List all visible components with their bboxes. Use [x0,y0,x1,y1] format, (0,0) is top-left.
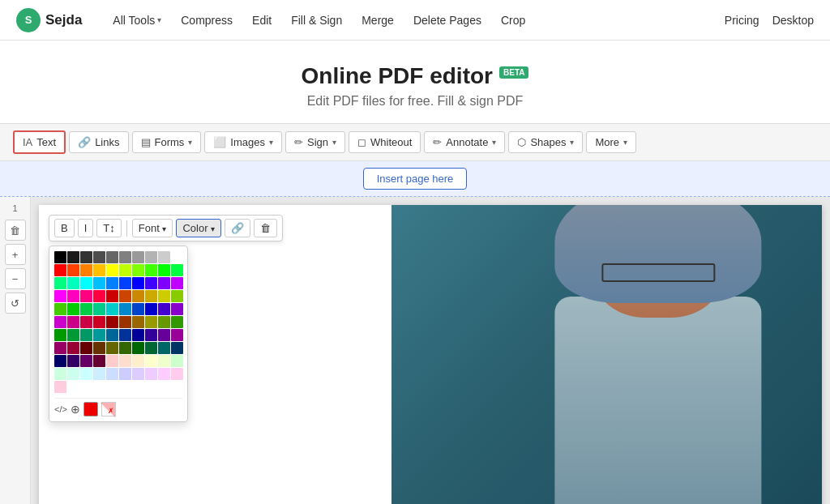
color-cell[interactable] [145,342,157,354]
color-cell[interactable] [67,290,79,302]
color-cell[interactable] [106,342,118,354]
color-cell[interactable] [119,303,131,315]
nav-compress[interactable]: Compress [173,9,241,32]
color-cell[interactable] [54,277,66,289]
logo[interactable]: S Sejda [16,8,82,32]
color-cell[interactable] [93,251,105,263]
color-cell[interactable] [54,251,66,263]
color-cell[interactable] [106,316,118,328]
tool-shapes[interactable]: ⬡ Shapes ▾ [508,131,583,153]
color-cell[interactable] [106,329,118,341]
color-cell[interactable] [67,342,79,354]
color-cell[interactable] [93,355,105,367]
color-cell[interactable] [171,290,183,302]
link-button[interactable]: 🔗 [225,219,250,237]
color-cell[interactable] [67,329,79,341]
tool-forms[interactable]: ▤ Forms ▾ [132,131,202,153]
tool-whiteout[interactable]: ◻ Whiteout [349,131,421,153]
color-cell[interactable] [171,316,183,328]
delete-text-button[interactable]: 🗑 [254,219,277,237]
color-cell[interactable] [54,290,66,302]
color-cell[interactable] [145,316,157,328]
color-cell[interactable] [80,329,92,341]
font-button[interactable]: Font ▾ [132,219,173,237]
zoom-in-button[interactable]: + [5,244,26,265]
nav-all-tools[interactable]: All Tools ▾ [105,9,169,32]
color-cell[interactable] [145,290,157,302]
color-cell[interactable] [132,290,144,302]
color-cell[interactable] [158,316,170,328]
color-cell[interactable] [54,316,66,328]
tool-more[interactable]: More ▾ [586,131,636,153]
color-cell[interactable] [158,277,170,289]
color-cell[interactable] [93,329,105,341]
color-cell[interactable] [67,251,79,263]
color-cell[interactable] [132,264,144,276]
color-cell[interactable] [158,342,170,354]
color-cell[interactable] [67,277,79,289]
nav-desktop[interactable]: Desktop [772,14,814,27]
italic-button[interactable]: I [78,219,94,237]
color-cell[interactable] [145,329,157,341]
color-cell[interactable] [106,290,118,302]
no-color-swatch[interactable]: ✗ [101,402,116,416]
color-cell[interactable] [80,264,92,276]
color-cell[interactable] [171,368,183,380]
color-cell[interactable] [158,303,170,315]
nav-pricing[interactable]: Pricing [725,14,759,27]
color-cell[interactable] [145,277,157,289]
color-cell[interactable] [67,316,79,328]
color-cell[interactable] [80,290,92,302]
color-cell[interactable] [54,264,66,276]
color-cell[interactable] [67,355,79,367]
color-cell[interactable] [80,342,92,354]
color-cell[interactable] [132,316,144,328]
color-cell[interactable] [158,264,170,276]
color-cell[interactable] [106,355,118,367]
color-cell[interactable] [119,316,131,328]
color-cell[interactable] [119,355,131,367]
color-cell[interactable] [145,368,157,380]
color-cell[interactable] [132,368,144,380]
nav-edit[interactable]: Edit [244,9,280,32]
tool-annotate[interactable]: ✏ Annotate ▾ [424,131,505,153]
color-cell[interactable] [80,368,92,380]
color-cell[interactable] [132,342,144,354]
color-cell[interactable] [80,251,92,263]
color-cell[interactable] [171,355,183,367]
color-cell[interactable] [54,342,66,354]
color-cell[interactable] [171,303,183,315]
color-cell[interactable] [54,381,66,393]
color-cell[interactable] [132,355,144,367]
insert-page-button[interactable]: Insert page here [363,168,468,190]
nav-crop[interactable]: Crop [493,9,533,32]
color-cell[interactable] [158,368,170,380]
color-cell[interactable] [132,329,144,341]
color-cell[interactable] [145,355,157,367]
color-cell[interactable] [119,368,131,380]
nav-delete-pages[interactable]: Delete Pages [405,9,490,32]
color-cell[interactable] [145,251,157,263]
color-cell[interactable] [171,342,183,354]
color-cell[interactable] [106,277,118,289]
color-cell[interactable] [158,290,170,302]
delete-page-button[interactable]: 🗑 [5,220,26,241]
color-cell[interactable] [80,277,92,289]
color-cell[interactable] [119,251,131,263]
tool-text[interactable]: IA Text [13,130,66,154]
color-cell[interactable] [171,277,183,289]
color-cell[interactable] [119,277,131,289]
eyedropper-icon[interactable]: ⊕ [71,403,80,416]
hex-code-icon[interactable]: </> [54,404,67,414]
color-cell[interactable] [93,264,105,276]
tool-sign[interactable]: ✏ Sign ▾ [285,131,345,153]
color-cell[interactable] [80,303,92,315]
color-cell[interactable] [80,316,92,328]
tool-images[interactable]: ⬜ Images ▾ [204,131,282,153]
tool-links[interactable]: 🔗 Links [69,131,128,153]
color-button[interactable]: Color ▾ [176,219,221,237]
color-cell[interactable] [106,251,118,263]
color-cell[interactable] [93,342,105,354]
current-color-swatch[interactable] [83,402,98,416]
color-cell[interactable] [106,303,118,315]
